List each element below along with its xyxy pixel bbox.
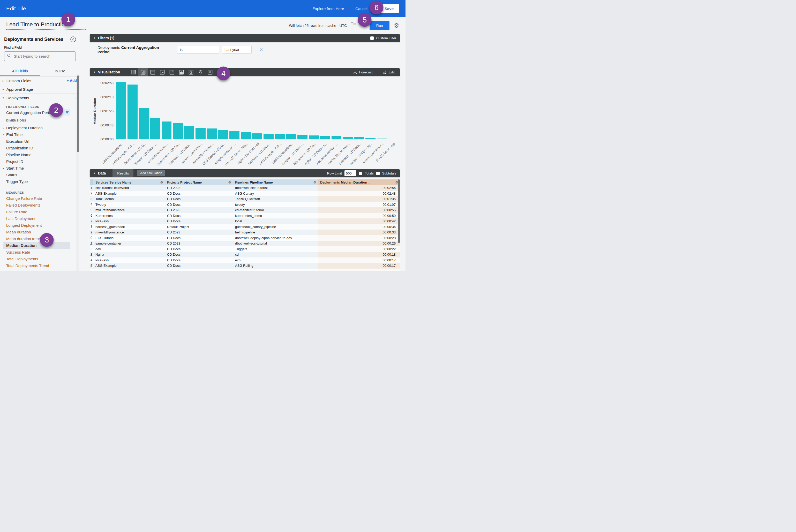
add-custom-field-button[interactable]: + Add [67,79,78,83]
sidebar-measure-failed-deployments[interactable]: Failed Deployments [0,202,80,208]
remove-filter-icon[interactable]: ✕ [259,47,263,53]
sidebar-dimension-trigger-type[interactable]: Trigger Type [0,178,80,185]
cell-project-name[interactable]: CD Docs [165,258,233,263]
cell-service-name[interactable]: my-wildfly-instance [93,230,165,235]
cell-project-name[interactable]: CD Docs [165,252,233,258]
query-settings-gear-icon[interactable]: ⚙ [394,22,399,29]
cell-pipeline-name[interactable]: cd-manifest-tutorial [233,207,318,213]
cell-pipeline-name[interactable]: dbothwell-ecs-tutorial [233,241,318,246]
cell-pipeline-name[interactable]: ASG Rolling [233,263,318,269]
sidebar-dimension-project-id[interactable]: Project ID [0,158,80,165]
chart-type-scatter-icon[interactable] [158,68,167,76]
cell-median-duration[interactable]: 00:02:56 [318,185,400,191]
cell-project-name[interactable]: CD Docs [165,196,233,202]
sidebar-measure-failure-rate[interactable]: Failure Rate [0,208,80,215]
cell-median-duration[interactable]: 00:02:48 [318,191,400,196]
bar-series-point[interactable] [207,129,217,139]
column-header-pipeline-name[interactable]: PipelinesPipeline Name⚙ [233,179,318,185]
sidebar-scrollbar-thumb[interactable] [77,75,79,152]
cell-pipeline-name[interactable]: dbothwell-cicd-tutorial [233,185,318,191]
sidebar-measure-median-duration[interactable]: Median Duration [3,242,70,249]
collapse-sidebar-icon[interactable] [70,36,76,42]
custom-filter-checkbox[interactable] [370,36,374,40]
sidebar-dimension-pipeline-name[interactable]: Pipeline Name [0,151,80,158]
field-search-input[interactable] [14,54,73,58]
column-header-service-name[interactable]: ServicesService Name⚙ [93,179,165,185]
cell-service-name[interactable]: ECS Tutorial [93,235,165,241]
cell-project-name[interactable]: CD Docs [165,235,233,241]
sidebar-dimension-status[interactable]: Status [0,171,80,178]
cell-pipeline-name[interactable]: tweety [233,202,318,208]
column-gear-icon[interactable]: ⚙ [228,180,233,184]
cell-pipeline-name[interactable]: exp [233,258,318,263]
cell-service-name[interactable]: ASG Example [93,263,165,269]
cell-median-duration[interactable]: 00:01:07 [318,202,400,208]
cell-pipeline-name[interactable]: local [233,218,318,224]
tab-in-use[interactable]: In Use [40,66,80,76]
cell-pipeline-name[interactable]: Triggers [233,246,318,252]
bar-series-point[interactable] [173,123,183,139]
cell-service-name[interactable]: Kubernetes [93,213,165,219]
sidebar-dimension-end-time[interactable]: ▸End Time [0,131,80,138]
chevron-right-icon[interactable]: ▸ [3,127,4,129]
cell-service-name[interactable]: cicdTutorialHelloWorld [93,185,165,191]
collapse-visualization-icon[interactable]: ▼ [93,71,96,73]
sidebar-group-deployments[interactable]: ▾Deployments2 [0,94,80,102]
bar-series-point[interactable] [184,126,194,139]
bar-series-point[interactable] [218,130,228,139]
bar-series-point[interactable] [309,135,319,139]
column-header-median-duration[interactable]: DeploymentsMedian Duration↓⚙ [318,179,400,185]
bar-series-point[interactable] [162,121,172,139]
cell-median-duration[interactable]: 00:00:18 [318,252,400,258]
chart-type-bar-chart-icon[interactable] [148,68,158,76]
chart-type-column-chart-icon[interactable] [138,68,148,76]
column-gear-icon[interactable]: ⚙ [160,180,165,184]
cell-pipeline-name[interactable]: helm-pipeline [233,230,318,235]
sidebar-group-custom-fields[interactable]: ▸Custom Fields+ Add [0,77,80,85]
cell-service-name[interactable]: sample-container [93,241,165,246]
filter-operator-select[interactable]: is [177,46,219,54]
column-header-project-name[interactable]: ProjectsProject Name⚙ [165,179,233,185]
tab-all-fields[interactable]: All Fields [0,66,40,76]
cell-service-name[interactable]: dev [93,246,165,252]
cell-service-name[interactable]: Tanzu demo [93,196,165,202]
cell-median-duration[interactable]: 00:00:33 [318,230,400,235]
cell-pipeline-name[interactable]: cd [233,252,318,258]
cell-pipeline-name[interactable]: ASG Canary [233,191,318,196]
cell-pipeline-name[interactable]: dbothwell-deploy-alpha-service-to-ecs [233,235,318,241]
bar-series-point[interactable] [252,133,262,139]
chart-type-pie-chart-icon[interactable] [186,68,196,76]
cell-median-duration[interactable]: 00:00:36 [318,224,400,230]
filter-field-button[interactable] [63,109,70,116]
bar-series-point[interactable] [286,134,296,139]
cell-median-duration[interactable]: 00:01:35 [318,196,400,202]
cell-service-name[interactable]: local-ssh [93,258,165,263]
forecast-button[interactable]: Forecast [353,70,373,74]
cancel-link[interactable]: Cancel [355,6,368,11]
cell-median-duration[interactable]: 00:00:55 [318,207,400,213]
chevron-right-icon[interactable]: ▸ [3,167,4,170]
bar-series-point[interactable] [139,108,149,139]
cell-service-name[interactable]: myGrafanaInstance [93,207,165,213]
sidebar-dimension-start-time[interactable]: ▸Start Time [0,165,80,171]
chart-type-map-pin-icon[interactable] [196,68,205,76]
sidebar-dimension-organization-id[interactable]: Organization ID [0,145,80,151]
run-button[interactable]: Run [370,21,390,30]
cell-project-name[interactable]: CD 2023 [165,241,233,246]
cell-project-name[interactable]: CD Docs [165,202,233,208]
table-scrollbar-thumb[interactable] [398,179,400,243]
bar-series-point[interactable] [263,134,274,139]
edit-visualization-button[interactable]: Edit [383,70,395,74]
cell-project-name[interactable]: CD Docs [165,246,233,252]
cell-median-duration[interactable]: 00:00:22 [318,246,400,252]
bar-series-point[interactable] [297,135,308,139]
bar-series-point[interactable] [275,134,285,139]
cell-project-name[interactable]: CD Docs [165,191,233,196]
bar-series-point[interactable] [241,132,251,139]
sidebar-group-approval-stage[interactable]: ▸Approval Stage [0,85,80,94]
row-limit-input[interactable] [345,170,356,176]
cell-project-name[interactable]: CD 2023 [165,185,233,191]
chart-type-single-value-icon[interactable]: 6 [205,68,215,76]
field-search-box[interactable] [4,52,76,61]
table-scrollbar[interactable] [398,179,400,271]
